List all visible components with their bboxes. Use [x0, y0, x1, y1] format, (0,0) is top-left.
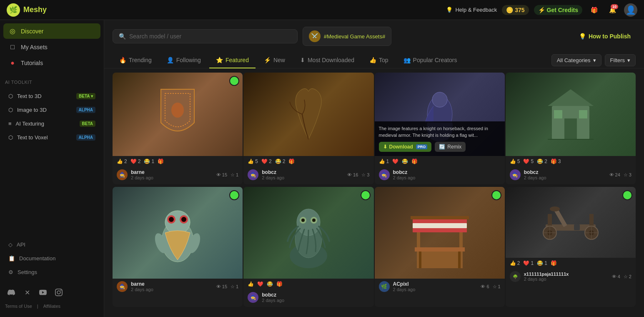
sidebar-item-my-assets[interactable]: □ My Assets	[3, 40, 100, 55]
search-box[interactable]: 🔍	[113, 29, 298, 43]
main-content: 🔍 ⚔️ #Medieval Game Assets# 💡 How to Pub…	[104, 20, 644, 317]
search-icon: 🔍	[119, 33, 126, 40]
post-time: 2 days ago	[524, 277, 609, 282]
sidebar-item-tutorials-label: Tutorials	[21, 60, 43, 66]
star-count: ☆ 1	[493, 284, 501, 289]
sidebar-footer: Terms of Use | Affiliates	[0, 302, 104, 310]
asset-card-medieval[interactable]: 👍 5 ❤️ 5 😂 2 🎁 3 🧙 bobcz 2 days ago 👁 24…	[506, 73, 636, 184]
tabs-right: All Categories ▾ Filters ▾	[551, 54, 636, 66]
sidebar-item-tutorials[interactable]: ● Tutorials	[3, 55, 100, 70]
top-icon: 👍	[369, 57, 376, 63]
tab-trending[interactable]: 🔥 Trending	[113, 53, 158, 68]
post-time: 2 days ago	[393, 175, 497, 180]
star-count: ☆ 2	[624, 274, 631, 279]
filters-label: Filters	[610, 57, 625, 63]
coins-display: 🪙 375	[502, 5, 529, 15]
logo-icon: 🌿	[7, 3, 20, 17]
get-credits-button[interactable]: ⚡ Get Credits	[534, 5, 582, 15]
image-to-3d-label: Image to 3D	[17, 107, 47, 113]
card-stats: 👁 16 ☆ 3	[347, 172, 369, 178]
gift-button[interactable]: 🎁	[587, 3, 601, 17]
search-input[interactable]	[129, 33, 291, 40]
youtube-icon[interactable]	[37, 286, 49, 299]
username: x111111paja111111x	[524, 272, 609, 277]
online-indicator2	[361, 190, 371, 200]
terms-of-use-link[interactable]: Terms of Use	[5, 304, 32, 309]
reaction-heart: ❤️ 2	[130, 158, 141, 164]
following-icon: 👤	[167, 57, 174, 63]
card-reactions: 👍 ❤️ 😂 🎁	[243, 279, 373, 289]
asset-card-stall[interactable]: 🌿 ACpixl 2 days ago 👁 6 ☆ 1	[375, 187, 505, 307]
online-indicator	[229, 190, 239, 200]
my-assets-icon: □	[8, 43, 17, 51]
reaction-heart: ❤️ 1	[523, 260, 534, 266]
reaction-like: 👍 5	[510, 158, 520, 164]
svg-point-12	[169, 217, 174, 222]
publish-icon: 💡	[579, 33, 586, 40]
tab-popular-creators[interactable]: 👥 Popular Creators	[397, 53, 464, 68]
tab-new[interactable]: ⚡ New	[257, 53, 292, 68]
asset-card-branch[interactable]: 👍 5 ❤️ 2 😂 2 🎁 🧙 bobcz 2 days ago 👁 16 ☆…	[243, 73, 373, 184]
sidebar-item-api[interactable]: ◇ API	[3, 238, 100, 251]
sidebar-item-text-to-voxel[interactable]: ⬡ Text to Voxel ALPHA	[3, 131, 100, 144]
asset-card-catapult[interactable]: 👍 2 ❤️ 1 😂 1 🎁 🌳 x111111paja111111x 2 da…	[506, 187, 636, 307]
reaction-like: 👍 5	[248, 158, 258, 164]
credits-icon: ⚡	[538, 7, 545, 13]
svg-rect-6	[554, 110, 562, 118]
post-time: 2 days ago	[524, 175, 606, 180]
view-count: 👁 16	[347, 172, 358, 177]
card-stats: 👁 24 ☆ 3	[609, 172, 631, 178]
sidebar-item-ai-texturing[interactable]: ≡ AI Texturing BETA	[3, 117, 100, 130]
tab-top-label: Top	[379, 57, 388, 63]
discord-icon[interactable]	[5, 286, 18, 299]
download-button[interactable]: ⬇ Download PRO	[379, 142, 432, 152]
card-reactions: 👍 5 ❤️ 2 😂 2 🎁	[243, 156, 373, 167]
asset-card-shield[interactable]: 👍 2 ❤️ 2 😂 1 🎁 🧙 barne 2 days ago 👁 15 ☆…	[113, 73, 243, 184]
reaction-heart: ❤️	[257, 281, 263, 287]
sidebar-item-my-assets-label: My Assets	[21, 44, 48, 50]
instagram-icon[interactable]	[53, 286, 65, 299]
reaction-laugh: 😂 2	[275, 158, 286, 164]
card-reactions: 👍 5 ❤️ 5 😂 2 🎁 3	[506, 156, 636, 167]
tab-following[interactable]: 👤 Following	[160, 53, 208, 68]
trending-icon: 🔥	[119, 57, 126, 63]
sidebar-item-discover[interactable]: ◎ Discover	[3, 23, 100, 39]
star-count: ☆ 3	[361, 172, 369, 178]
affiliates-link[interactable]: Affiliates	[43, 304, 60, 309]
tab-most-downloaded[interactable]: ⬇ Most Downloaded	[293, 53, 361, 68]
sidebar-item-settings[interactable]: ⚙ Settings	[3, 266, 100, 279]
tab-featured[interactable]: ⭐ Featured	[209, 53, 256, 68]
logo[interactable]: 🌿 Meshy	[7, 3, 47, 17]
tab-top[interactable]: 👍 Top	[363, 53, 395, 68]
sidebar-bottom-nav: ◇ API 📋 Documentation ⚙ Settings	[0, 235, 104, 283]
text-to-3d-badge[interactable]: BETA ▾	[76, 93, 95, 99]
coin-count: 375	[515, 7, 524, 13]
sidebar-item-image-to-3d[interactable]: ⬡ Image to 3D ALPHA	[3, 103, 100, 116]
categories-filter[interactable]: All Categories ▾	[551, 54, 601, 66]
asset-card-cthulhu[interactable]: 👍 ❤️ 😂 🎁 🧙 bobcz 2 days ago	[243, 187, 373, 307]
svg-point-37	[550, 206, 560, 211]
featured-tag[interactable]: ⚔️ #Medieval Game Assets#	[303, 27, 391, 46]
filters-button[interactable]: Filters ▾	[605, 54, 636, 66]
reaction-gift: 🎁	[551, 260, 557, 266]
new-icon: ⚡	[264, 57, 271, 63]
how-to-publish-button[interactable]: 💡 How to Publish	[574, 30, 636, 43]
remix-button[interactable]: 🔄 Remix	[435, 142, 466, 152]
most-downloaded-icon: ⬇	[300, 57, 305, 63]
sidebar-item-documentation[interactable]: 📋 Documentation	[3, 252, 100, 265]
asset-card-frog[interactable]: 🧙 barne 2 days ago 👁 15 ☆ 1	[113, 187, 243, 307]
svg-point-22	[312, 219, 316, 222]
asset-card-knight[interactable]: The image features a knight on horseback…	[375, 73, 505, 184]
username: bobcz	[393, 169, 497, 175]
twitter-icon[interactable]: ✕	[21, 286, 33, 299]
help-feedback-button[interactable]: 💡 Help & Feedback	[446, 7, 497, 13]
sidebar-item-discover-label: Discover	[21, 28, 43, 35]
star-count: ☆ 1	[231, 172, 238, 178]
sidebar-item-text-to-3d[interactable]: ⬡ Text to 3D BETA ▾	[3, 90, 100, 103]
user-avatar[interactable]: 👤	[624, 3, 637, 17]
ai-toolkit-label: AI Toolkit	[0, 75, 104, 86]
image-to-3d-badge: ALPHA	[76, 107, 95, 113]
notifications-button[interactable]: 🔔 10	[606, 3, 619, 17]
reaction-laugh: 😂 2	[537, 158, 547, 164]
search-area: 🔍 ⚔️ #Medieval Game Assets# 💡 How to Pub…	[104, 20, 644, 53]
